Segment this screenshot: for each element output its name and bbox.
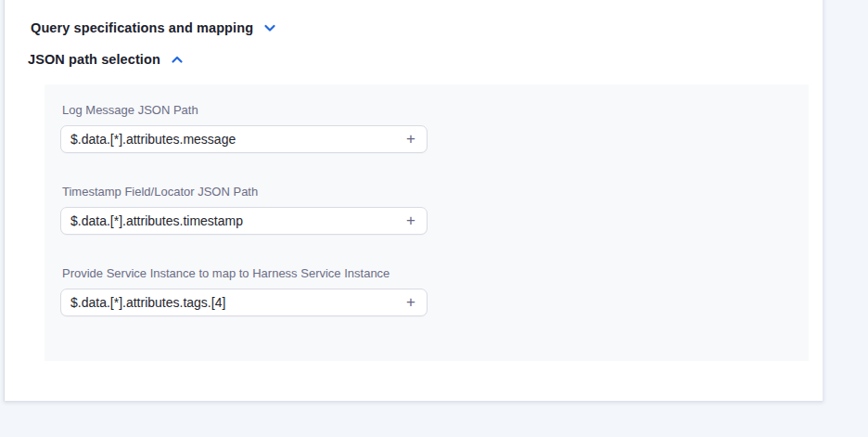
field-label: Provide Service Instance to map to Harne… [62, 266, 428, 281]
section-header-json-path-selection[interactable]: JSON path selection [28, 52, 185, 67]
timestamp-json-path-input[interactable] [61, 208, 395, 234]
timestamp-json-path-input-wrap: + [60, 207, 428, 235]
field-service-instance-json-path: Provide Service Instance to map to Harne… [60, 266, 428, 316]
service-instance-json-path-input-wrap: + [60, 289, 428, 316]
field-log-message-json-path: Log Message JSON Path + [60, 103, 428, 153]
field-timestamp-json-path: Timestamp Field/Locator JSON Path + [60, 185, 428, 235]
field-label: Timestamp Field/Locator JSON Path [62, 185, 428, 199]
content-card: Query specifications and mapping JSON pa… [4, 0, 823, 401]
json-path-selection-panel: Log Message JSON Path + Timestamp Field/… [45, 84, 809, 361]
plus-icon[interactable]: + [395, 126, 427, 152]
field-label: Log Message JSON Path [62, 103, 428, 118]
section-title-query-specifications: Query specifications and mapping [31, 20, 253, 35]
plus-icon[interactable]: + [395, 289, 427, 315]
section-header-query-specifications[interactable]: Query specifications and mapping [31, 20, 277, 35]
chevron-up-icon[interactable] [170, 52, 185, 67]
log-message-json-path-input[interactable] [61, 126, 395, 152]
log-message-json-path-input-wrap: + [60, 125, 428, 153]
page-background: Query specifications and mapping JSON pa… [0, 0, 868, 437]
section-title-json-path-selection: JSON path selection [28, 52, 160, 67]
chevron-down-icon[interactable] [262, 20, 277, 35]
service-instance-json-path-input[interactable] [61, 289, 395, 315]
plus-icon[interactable]: + [395, 208, 427, 234]
